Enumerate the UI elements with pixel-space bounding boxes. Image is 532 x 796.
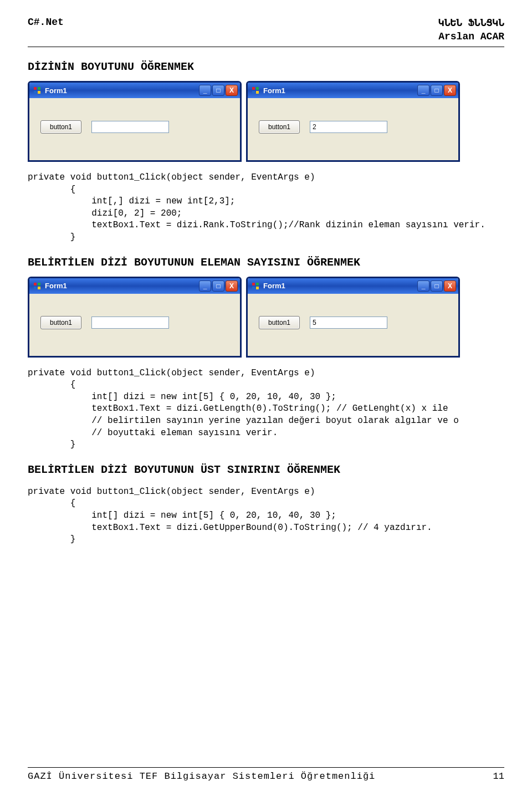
- svg-rect-11: [38, 287, 40, 289]
- form1-window: Form1 _ □ X button1: [246, 277, 460, 358]
- maximize-icon: □: [216, 282, 220, 290]
- maximize-button[interactable]: □: [212, 280, 224, 292]
- window-title: Form1: [263, 282, 285, 290]
- close-icon: X: [229, 86, 234, 94]
- section2-code: private void button1_Click(object sender…: [28, 368, 504, 451]
- button1[interactable]: button1: [259, 120, 300, 134]
- close-button[interactable]: X: [226, 85, 238, 96]
- textbox1[interactable]: [91, 121, 169, 133]
- client-area: button1: [29, 294, 240, 356]
- minimize-button[interactable]: _: [417, 280, 429, 292]
- button1[interactable]: button1: [259, 316, 300, 329]
- minimize-icon: _: [422, 86, 426, 94]
- client-area: button1: [248, 294, 458, 356]
- minimize-button[interactable]: _: [417, 85, 429, 96]
- titlebar[interactable]: Form1 _ □ X: [29, 278, 240, 294]
- button1[interactable]: button1: [40, 316, 81, 329]
- maximize-icon: □: [434, 86, 438, 94]
- footer-page-number: 11: [493, 771, 504, 782]
- form1-window: Form1 _ □ X button1: [28, 277, 242, 358]
- section1-windows: Form1 _ □ X button1 Form1: [28, 81, 504, 162]
- maximize-button[interactable]: □: [431, 280, 443, 292]
- svg-rect-0: [34, 87, 37, 90]
- client-area: button1: [29, 98, 240, 160]
- svg-rect-10: [34, 287, 37, 289]
- app-icon: [33, 282, 42, 290]
- window-title: Form1: [263, 86, 285, 95]
- footer-divider: [28, 767, 504, 768]
- svg-rect-1: [38, 87, 40, 90]
- app-icon: [251, 86, 260, 95]
- svg-rect-6: [252, 91, 255, 94]
- minimize-button[interactable]: _: [199, 85, 211, 96]
- textbox1[interactable]: [91, 317, 169, 329]
- titlebar[interactable]: Form1 _ □ X: [248, 83, 458, 98]
- svg-rect-8: [34, 283, 37, 285]
- app-icon: [33, 86, 42, 95]
- close-button[interactable]: X: [444, 85, 456, 96]
- textbox1[interactable]: [310, 317, 387, 329]
- section1-title: DİZİNİN BOYUTUNU ÖĞRENMEK: [28, 60, 504, 73]
- close-icon: X: [448, 86, 452, 94]
- svg-rect-14: [252, 287, 255, 289]
- section3-title: BELİRTİLEN DİZİ BOYUTUNUN ÜST SINIRINI Ö…: [28, 463, 504, 476]
- close-icon: X: [448, 282, 452, 290]
- maximize-button[interactable]: □: [212, 85, 224, 96]
- svg-rect-2: [34, 91, 37, 94]
- minimize-icon: _: [203, 282, 207, 290]
- svg-rect-15: [256, 287, 259, 289]
- close-icon: X: [229, 282, 234, 290]
- textbox1[interactable]: [310, 121, 387, 133]
- section2-windows: Form1 _ □ X button1 Form1: [28, 277, 504, 358]
- footer-institution: GAZİ Üniversitesi TEF Bilgisayar Sisteml…: [28, 771, 375, 782]
- window-title: Form1: [45, 86, 67, 95]
- section2-title: BELİRTİLEN DİZİ BOYUTUNUN ELEMAN SAYISIN…: [28, 256, 504, 269]
- section3-code: private void button1_Click(object sender…: [28, 486, 504, 546]
- button1[interactable]: button1: [40, 120, 81, 134]
- maximize-icon: □: [434, 282, 438, 290]
- header-divider: [28, 47, 504, 47]
- form1-window: Form1 _ □ X button1: [28, 81, 242, 162]
- maximize-icon: □: [216, 86, 220, 94]
- header-right-top: ԿՆԵՆ ՖՆՆՑԿՆ: [438, 17, 504, 29]
- svg-rect-12: [252, 283, 255, 285]
- svg-rect-5: [256, 87, 259, 90]
- header-author: Arslan ACAR: [28, 31, 504, 42]
- window-title: Form1: [45, 282, 67, 290]
- svg-rect-13: [256, 283, 259, 285]
- minimize-icon: _: [203, 86, 207, 94]
- titlebar[interactable]: Form1 _ □ X: [29, 83, 240, 98]
- svg-rect-4: [252, 87, 255, 90]
- close-button[interactable]: X: [226, 280, 238, 292]
- titlebar[interactable]: Form1 _ □ X: [248, 278, 458, 294]
- svg-rect-9: [38, 283, 40, 285]
- app-icon: [251, 282, 260, 290]
- minimize-button[interactable]: _: [199, 280, 211, 292]
- close-button[interactable]: X: [444, 280, 456, 292]
- svg-rect-7: [256, 91, 259, 94]
- form1-window: Form1 _ □ X button1: [246, 81, 460, 162]
- maximize-button[interactable]: □: [431, 85, 443, 96]
- header-left: C#.Net: [28, 17, 64, 29]
- minimize-icon: _: [422, 282, 426, 290]
- svg-rect-3: [38, 91, 40, 94]
- client-area: button1: [248, 98, 458, 160]
- section1-code: private void button1_Click(object sender…: [28, 172, 504, 244]
